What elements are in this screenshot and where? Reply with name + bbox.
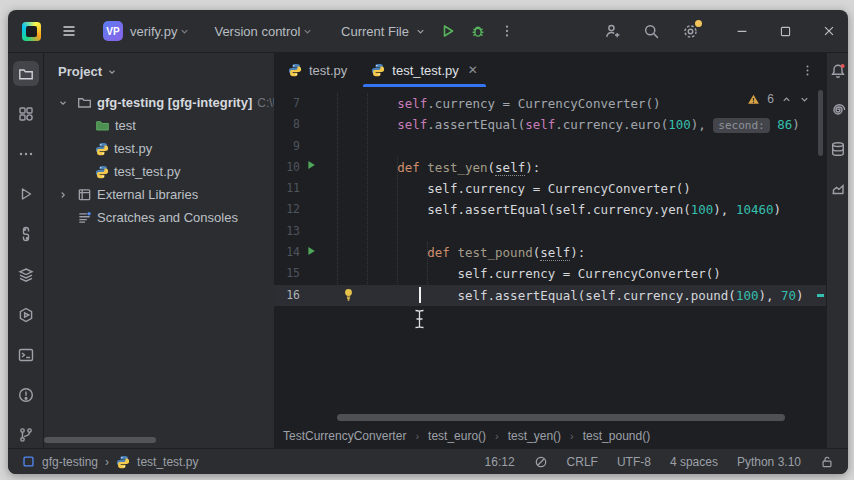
tree-item[interactable]: test.py	[44, 137, 274, 160]
status-item[interactable]: CRLF	[567, 455, 598, 469]
lib-icon	[77, 187, 92, 202]
tree-item-label: gfg-testing [gfg-integrity]	[97, 95, 252, 110]
tab-label: test.py	[309, 63, 347, 78]
editor-tab-bar: test.pytest_test.py✕	[274, 53, 826, 87]
tree-item-label: External Libraries	[97, 187, 198, 202]
code-line-13[interactable]: 13	[274, 221, 826, 242]
git-branch-icon[interactable]	[13, 423, 39, 448]
code-text: self.assertEqual(self.currency.yen(100),…	[337, 199, 781, 220]
status-item[interactable]: 4 spaces	[670, 455, 718, 469]
prev-problem-icon[interactable]	[781, 94, 792, 105]
layers-icon[interactable]	[13, 262, 39, 287]
run-test-gutter-icon[interactable]	[305, 159, 317, 171]
tree-item-path: C:\U	[257, 96, 274, 110]
status-item[interactable]: UTF-8	[617, 455, 651, 469]
database-icon[interactable]	[830, 141, 846, 157]
folder-test-icon	[95, 118, 110, 133]
settings-gear-icon[interactable]	[682, 23, 699, 40]
status-bar: gfg-testing›test_test.py 16:12CRLFUTF-84…	[8, 448, 848, 474]
title-bar: VP verify.py Version control Current Fil…	[8, 10, 848, 52]
status-item[interactable]: test_test.py	[137, 455, 198, 469]
code-line-7[interactable]: 7 self.currency = CurrencyConverter()	[274, 93, 826, 114]
vertical-scrollbar-thumb[interactable]	[818, 90, 823, 156]
more-tools-icon[interactable]	[13, 141, 39, 166]
code-editor[interactable]: 7 self.currency = CurrencyConverter()8 s…	[274, 87, 826, 424]
code-line-15[interactable]: 15 self.currency = CurrencyConverter()	[274, 263, 826, 284]
line-number: 11	[274, 178, 300, 199]
code-line-8[interactable]: 8 self.assertEqual(self.currency.euro(10…	[274, 114, 826, 135]
python-packages-icon[interactable]	[13, 222, 39, 247]
ai-assistant-icon[interactable]	[830, 102, 846, 118]
maximize-button[interactable]	[779, 25, 792, 38]
project-panel-title[interactable]: Project	[58, 64, 102, 79]
services-icon[interactable]	[13, 302, 39, 327]
parameter-hint: second:	[713, 118, 769, 133]
breadcrumb-separator-icon: ›	[415, 430, 419, 442]
breadcrumb-item[interactable]: test_euro()	[428, 429, 486, 443]
vcs-selector[interactable]: Version control	[214, 24, 300, 39]
editor-scroll-stripe[interactable]	[815, 87, 826, 412]
editor-horizontal-scrollbar[interactable]	[337, 414, 785, 421]
status-item[interactable]: Python 3.10	[737, 455, 801, 469]
code-line-9[interactable]: 9	[274, 136, 826, 157]
status-item[interactable]: gfg-testing	[42, 455, 98, 469]
tree-item[interactable]: Scratches and Consoles	[44, 206, 274, 229]
terminal-icon[interactable]	[13, 342, 39, 367]
code-text: def test_pound(self):	[337, 242, 585, 263]
editor-tab-test-py[interactable]: test.py	[276, 53, 359, 87]
status-separator-icon: ›	[105, 455, 109, 469]
chevron-down-icon[interactable]	[58, 98, 72, 108]
more-actions-icon[interactable]	[500, 24, 514, 38]
code-text: self.currency = CurrencyConverter()	[337, 93, 661, 114]
line-number: 10	[274, 157, 300, 178]
project-horizontal-scrollbar[interactable]	[44, 437, 156, 443]
tree-item[interactable]: gfg-testing [gfg-integrity] C:\U	[44, 91, 274, 114]
tree-item[interactable]: test	[44, 114, 274, 137]
tree-item[interactable]: External Libraries	[44, 183, 274, 206]
python-file-icon[interactable]	[116, 455, 130, 469]
python-icon	[95, 165, 109, 179]
unlock-icon[interactable]	[820, 455, 834, 469]
breadcrumb-separator-icon: ›	[570, 430, 574, 442]
search-everywhere-icon[interactable]	[643, 23, 660, 40]
code-line-16[interactable]: 16 self.assertEqual(self.currency.pound(…	[274, 285, 826, 306]
add-user-icon[interactable]	[604, 23, 621, 40]
tree-item[interactable]: test_test.py	[44, 160, 274, 183]
run-button[interactable]	[440, 23, 456, 39]
chevron-down-icon	[107, 67, 117, 77]
breadcrumb-item[interactable]: TestCurrencyConverter	[283, 429, 406, 443]
code-line-11[interactable]: 11 self.currency = CurrencyConverter()	[274, 178, 826, 199]
structure-grid-icon[interactable]	[13, 101, 39, 126]
run-configuration-selector[interactable]: Current File	[341, 24, 426, 39]
close-button[interactable]	[822, 24, 836, 38]
editor-tab-test_test-py[interactable]: test_test.py✕	[359, 53, 490, 87]
chevron-right-icon[interactable]	[58, 190, 72, 200]
line-number: 9	[274, 136, 300, 157]
module-icon[interactable]	[22, 455, 35, 468]
project-badge[interactable]: VP	[103, 21, 123, 41]
project-folder-icon[interactable]	[13, 61, 39, 86]
main-menu-icon[interactable]	[61, 23, 77, 39]
code-line-10[interactable]: 10 def test_yen(self):	[274, 157, 826, 178]
breadcrumb-item[interactable]: test_yen()	[508, 429, 561, 443]
run-test-gutter-icon[interactable]	[305, 245, 317, 257]
tab-options-icon[interactable]	[801, 53, 814, 87]
notifications-bell-icon[interactable]	[830, 63, 846, 79]
problems-icon[interactable]	[13, 383, 39, 408]
right-tool-strip	[826, 53, 848, 448]
breadcrumb-item[interactable]: test_pound()	[583, 429, 650, 443]
sciview-chart-icon[interactable]	[830, 180, 846, 196]
next-problem-icon[interactable]	[799, 94, 810, 105]
tree-item-label: Scratches and Consoles	[97, 210, 238, 225]
close-tab-icon[interactable]: ✕	[468, 63, 478, 77]
code-line-12[interactable]: 12 self.assertEqual(self.currency.yen(10…	[274, 199, 826, 220]
highlight-off-icon[interactable]	[534, 455, 548, 469]
minimize-button[interactable]	[735, 24, 749, 38]
run-tool-icon[interactable]	[13, 182, 39, 207]
status-item[interactable]: 16:12	[485, 455, 515, 469]
code-line-14[interactable]: 14 def test_pound(self):	[274, 242, 826, 263]
chevron-down-icon	[302, 26, 313, 37]
project-name-selector[interactable]: verify.py	[130, 24, 177, 39]
debug-button[interactable]	[470, 23, 486, 39]
inspections-widget[interactable]: 6	[747, 92, 810, 106]
